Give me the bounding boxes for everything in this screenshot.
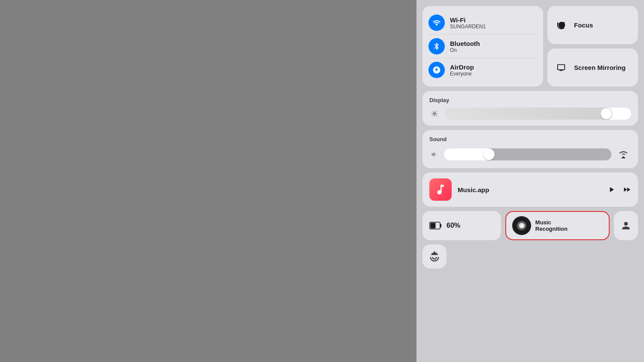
svg-rect-1 xyxy=(431,223,436,229)
shazam-icon xyxy=(512,216,531,235)
wifi-subtitle: SUNGARDEN1 xyxy=(450,24,486,30)
bluetooth-subtitle: On xyxy=(450,47,480,53)
bluetooth-icon xyxy=(428,38,445,54)
screen-mirroring-label: Screen Mirroring xyxy=(574,64,626,71)
airdrop-text: AirDrop Everyone xyxy=(450,63,474,77)
focus-label: Focus xyxy=(574,21,593,29)
bluetooth-text: Bluetooth On xyxy=(450,40,480,53)
accessibility-row xyxy=(422,244,638,268)
focus-icon xyxy=(554,18,568,32)
brightness-slider[interactable] xyxy=(444,108,631,120)
volume-fill xyxy=(444,148,494,160)
music-recognition-text: Music Recognition xyxy=(535,219,568,232)
screen-mirroring-button[interactable]: Screen Mirroring xyxy=(547,48,638,87)
wifi-title: Wi-Fi xyxy=(450,16,486,24)
control-center: Wi-Fi SUNGARDEN1 Bluetooth On xyxy=(416,0,644,362)
brightness-fill xyxy=(444,108,612,120)
airplay-button[interactable] xyxy=(616,147,631,162)
brightness-slider-row xyxy=(429,108,631,120)
brightness-thumb xyxy=(601,108,612,119)
connectivity-row: Wi-Fi SUNGARDEN1 Bluetooth On xyxy=(422,6,638,87)
music-recognition-subtitle: Recognition xyxy=(535,226,568,232)
airdrop-icon xyxy=(428,62,445,78)
display-card: Display xyxy=(422,91,638,126)
display-title: Display xyxy=(429,97,631,103)
battery-percentage: 60% xyxy=(447,222,460,229)
music-controls xyxy=(607,185,631,194)
music-card[interactable]: Music.app xyxy=(422,172,638,207)
volume-thumb xyxy=(483,149,495,160)
music-recognition-title: Music xyxy=(535,219,568,226)
bluetooth-title: Bluetooth xyxy=(450,40,480,47)
wifi-button[interactable]: Wi-Fi SUNGARDEN1 xyxy=(428,11,537,35)
bottom-row: 60% Music Recognition xyxy=(422,211,638,240)
wifi-text: Wi-Fi SUNGARDEN1 xyxy=(450,16,486,30)
svg-rect-2 xyxy=(440,224,441,227)
music-app-icon xyxy=(429,178,452,201)
battery-card[interactable]: 60% xyxy=(422,211,501,240)
side-buttons: Focus Screen Mirroring xyxy=(547,6,638,87)
profile-button[interactable] xyxy=(614,211,638,240)
wifi-icon xyxy=(428,15,445,31)
battery-icon xyxy=(429,221,442,230)
accessibility-button[interactable] xyxy=(422,244,447,268)
sound-title: Sound xyxy=(429,136,631,142)
play-button[interactable] xyxy=(607,185,616,194)
volume-slider[interactable] xyxy=(444,148,611,160)
airdrop-button[interactable]: AirDrop Everyone xyxy=(428,58,537,81)
volume-slider-row xyxy=(429,147,631,162)
volume-icon xyxy=(429,149,440,160)
music-recognition-button[interactable]: Music Recognition xyxy=(505,211,610,240)
focus-button[interactable]: Focus xyxy=(547,6,638,44)
sound-card: Sound xyxy=(422,130,638,168)
airdrop-title: AirDrop xyxy=(450,63,474,71)
brightness-icon xyxy=(429,109,440,119)
music-app-name: Music.app xyxy=(458,186,601,193)
airdrop-subtitle: Everyone xyxy=(450,71,474,77)
connectivity-card: Wi-Fi SUNGARDEN1 Bluetooth On xyxy=(422,6,543,87)
screen-mirroring-icon xyxy=(554,61,568,75)
bluetooth-button[interactable]: Bluetooth On xyxy=(428,35,537,58)
fast-forward-button[interactable] xyxy=(623,185,631,194)
